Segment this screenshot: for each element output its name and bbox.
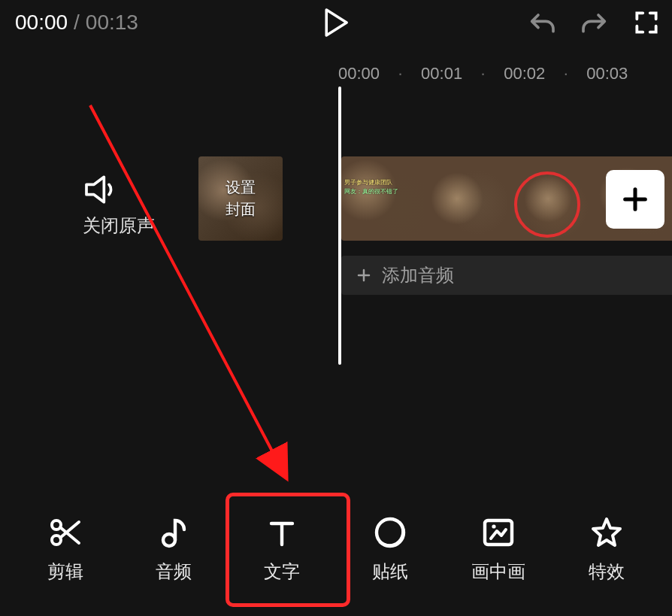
redo-button[interactable]	[580, 8, 610, 38]
tool-audio[interactable]: 音频	[136, 514, 211, 584]
plus-icon	[355, 266, 373, 284]
video-clip[interactable]	[507, 156, 589, 241]
ruler-tick: 00:01	[421, 64, 462, 83]
redo-icon	[580, 8, 610, 38]
play-button[interactable]	[323, 8, 349, 38]
ruler-tick: 00:00	[338, 64, 380, 83]
cover-line1: 设置	[226, 178, 256, 198]
picture-in-picture-icon	[480, 514, 516, 551]
cover-line2: 封面	[226, 199, 256, 220]
tool-pip[interactable]: 画中画	[461, 514, 536, 584]
add-audio-track[interactable]: 添加音频	[341, 256, 672, 295]
ruler-tick: 00:02	[504, 64, 545, 83]
speaker-icon	[83, 173, 120, 206]
fullscreen-button[interactable]	[632, 8, 661, 37]
video-clip[interactable]	[424, 156, 507, 241]
tool-edit[interactable]: 剪辑	[28, 514, 103, 584]
tool-text[interactable]: 文字	[244, 514, 319, 584]
undo-icon	[527, 8, 557, 38]
svg-point-6	[492, 524, 495, 528]
ruler-dot: ·	[545, 64, 586, 83]
scissors-icon	[47, 514, 83, 551]
add-audio-label: 添加音频	[382, 263, 454, 287]
tool-label: 画中画	[471, 560, 525, 584]
timeline-ruler[interactable]: 00:00 · 00:01 · 00:02 · 00:03	[338, 59, 672, 89]
tool-label: 音频	[156, 560, 192, 584]
text-icon	[264, 514, 300, 551]
mute-original-button[interactable]: 关闭原声	[83, 173, 155, 238]
time-total: 00:13	[86, 11, 138, 35]
ruler-dot: ·	[462, 64, 504, 83]
svg-point-3	[163, 534, 175, 546]
play-icon	[323, 8, 349, 38]
add-clip-button[interactable]	[606, 170, 664, 229]
top-right-controls	[527, 8, 661, 38]
tool-effect[interactable]: 特效	[569, 514, 644, 584]
bottom-toolbar: 剪辑 音频 文字 贴纸 画中画 特效	[0, 496, 672, 608]
top-bar: 00:00 / 00:13	[0, 0, 672, 45]
tool-sticker[interactable]: 贴纸	[353, 514, 428, 584]
time-separator: /	[74, 11, 80, 35]
tool-label: 贴纸	[372, 560, 408, 584]
music-note-icon	[156, 514, 192, 551]
tool-label: 文字	[264, 560, 300, 584]
time-current: 00:00	[15, 11, 68, 35]
tool-label: 特效	[589, 560, 625, 584]
undo-button[interactable]	[527, 8, 557, 38]
sticker-icon	[372, 514, 408, 551]
star-icon	[589, 514, 625, 551]
tool-label: 剪辑	[47, 560, 83, 584]
mute-label: 关闭原声	[83, 214, 155, 238]
fullscreen-icon	[632, 8, 661, 37]
ruler-tick: 00:03	[586, 64, 628, 83]
plus-icon	[620, 184, 650, 214]
video-clip[interactable]: 男子参与健康团队网友：真的很不错了	[341, 156, 424, 241]
ruler-dot: ·	[380, 64, 421, 83]
set-cover-button[interactable]: 设置 封面	[198, 156, 283, 241]
